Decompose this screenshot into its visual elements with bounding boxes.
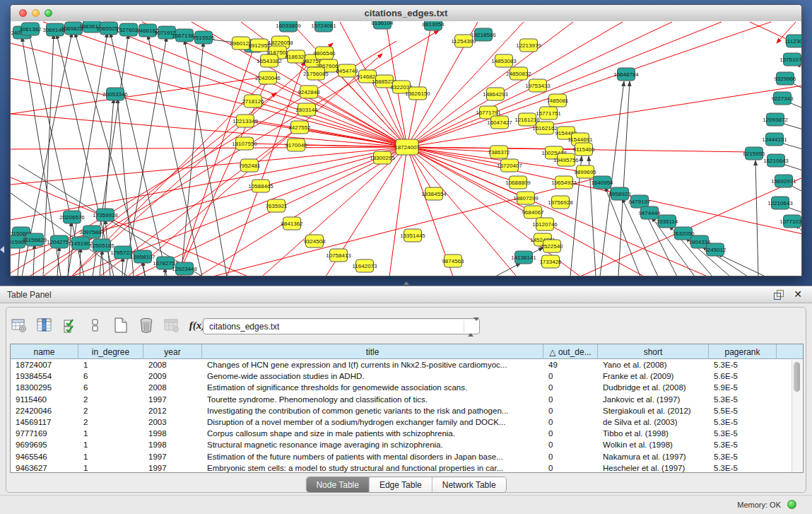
table-cell[interactable]: Genome-wide association studies in ADHD. xyxy=(202,372,543,380)
table-cell[interactable]: 14569117 xyxy=(11,418,78,426)
column-header-pagerank[interactable]: pagerank xyxy=(709,344,777,359)
table-cell[interactable]: 2 xyxy=(78,418,143,426)
table-row[interactable]: 1456911722003Disruption of a novel membe… xyxy=(11,416,803,428)
table-cell[interactable]: 49 xyxy=(543,361,598,369)
table-cell[interactable]: 18724007 xyxy=(11,361,78,369)
table-cell[interactable]: Hescheler et al. (1997) xyxy=(598,464,709,472)
network-graph-svg[interactable]: 2405572306136230691406106982211883612410… xyxy=(11,21,801,276)
table-cell[interactable]: 5.9E-5 xyxy=(709,383,777,392)
table-selector-dropdown[interactable]: citations_edges.txt xyxy=(203,318,480,334)
table-cell[interactable]: Estimation of the future numbers of pati… xyxy=(202,452,543,461)
window-titlebar[interactable]: citations_edges.txt xyxy=(11,5,801,22)
table-cell[interactable]: 2008 xyxy=(143,383,202,392)
table-cell[interactable]: 0 xyxy=(543,372,598,380)
table-cell[interactable]: 2 xyxy=(78,407,143,415)
select-all-rows-icon[interactable] xyxy=(61,316,79,334)
table-cell[interactable]: Wolkin et al. (1998) xyxy=(598,440,709,449)
collapse-panel-arrow-icon[interactable] xyxy=(0,246,4,253)
table-cell[interactable]: 1997 xyxy=(143,464,202,472)
tab-edge-table[interactable]: Edge Table xyxy=(370,477,433,492)
table-cell[interactable]: 0 xyxy=(543,429,598,438)
table-cell[interactable]: 1 xyxy=(78,361,143,369)
table-cell[interactable]: 5.3E-5 xyxy=(709,429,777,438)
column-header-year[interactable]: year xyxy=(143,344,202,359)
table-row[interactable]: 911546021997Tourette syndrome. Phenomeno… xyxy=(11,394,803,405)
table-cell[interactable]: 6 xyxy=(78,383,143,392)
table-cell[interactable]: 1 xyxy=(78,452,143,461)
memory-status-indicator[interactable] xyxy=(787,500,796,509)
table-cell[interactable]: 2012 xyxy=(143,407,202,415)
tab-network-table[interactable]: Network Table xyxy=(433,477,506,492)
table-cell[interactable]: 0 xyxy=(543,395,598,404)
table-vertical-scrollbar[interactable] xyxy=(792,360,802,472)
table-cell[interactable]: 5.3E-5 xyxy=(709,464,777,472)
table-cell[interactable]: 5.3E-5 xyxy=(709,418,777,426)
table-cell[interactable]: Estimation of significance thresholds fo… xyxy=(202,383,543,392)
table-cell[interactable]: 1998 xyxy=(143,429,202,438)
float-panel-icon[interactable] xyxy=(774,290,784,300)
table-cell[interactable]: 1997 xyxy=(143,452,202,461)
table-mode-icon[interactable] xyxy=(10,316,28,334)
table-cell[interactable]: 9699695 xyxy=(11,440,78,449)
table-cell[interactable]: 5.3E-5 xyxy=(709,361,777,369)
table-cell[interactable]: 9115460 xyxy=(11,395,78,404)
table-cell[interactable]: 0 xyxy=(543,464,598,472)
table-cell[interactable]: 1 xyxy=(78,464,143,472)
table-cell[interactable]: 5.3E-5 xyxy=(709,395,777,404)
table-row[interactable]: 969969511998Structural magnetic resonanc… xyxy=(11,439,803,450)
table-cell[interactable]: Dudbridge et al. (2008) xyxy=(598,383,709,392)
delete-icon[interactable] xyxy=(137,316,155,334)
table-cell[interactable]: 1997 xyxy=(143,395,202,404)
table-cell[interactable]: Jankovic et al. (1997) xyxy=(598,395,709,404)
table-row[interactable]: 2242004622012Investigating the contribut… xyxy=(11,405,803,416)
table-cell[interactable]: 5.6E-5 xyxy=(709,372,777,380)
table-cell[interactable]: 5.3E-5 xyxy=(709,452,777,461)
table-cell[interactable]: Embryonic stem cells: a model to study s… xyxy=(202,464,543,472)
table-cell[interactable]: 0 xyxy=(543,452,598,461)
table-cell[interactable]: 1 xyxy=(78,429,143,438)
table-cell[interactable]: 22420046 xyxy=(11,407,78,415)
table-cell[interactable]: Tourette syndrome. Phenomenology and cla… xyxy=(202,395,543,404)
column-narrow-icon[interactable] xyxy=(86,316,105,334)
table-cell[interactable]: 2008 xyxy=(143,361,202,369)
network-canvas[interactable]: 2405572306136230691406106982211883612410… xyxy=(11,21,801,276)
close-panel-icon[interactable]: ✕ xyxy=(794,288,802,300)
column-header-in_degree[interactable]: in_degree xyxy=(78,344,143,359)
table-cell[interactable]: Nakamura et al. (1997) xyxy=(598,452,709,461)
column-header-short[interactable]: short xyxy=(598,344,709,359)
show-column-icon[interactable] xyxy=(35,316,54,334)
table-cell[interactable]: 6 xyxy=(78,372,143,380)
table-cell[interactable]: 0 xyxy=(543,407,598,415)
table-cell[interactable]: 0 xyxy=(543,383,598,392)
table-cell[interactable]: 0 xyxy=(543,418,598,426)
table-cell[interactable]: 1998 xyxy=(143,440,202,449)
table-cell[interactable]: 9777169 xyxy=(11,429,78,438)
table-row[interactable]: 977716911998Corpus callosum shape and si… xyxy=(11,428,803,439)
table-row[interactable]: 1938455462009Genome-wide association stu… xyxy=(11,370,803,382)
table-cell[interactable]: de Silva et al. (2003) xyxy=(598,418,709,426)
table-row[interactable]: 1830029562008Estimation of significance … xyxy=(11,382,803,393)
table-cell[interactable]: Corpus callosum shape and size in male p… xyxy=(202,429,543,438)
new-document-icon[interactable] xyxy=(112,316,130,334)
table-cell[interactable]: Yano et al. (2008) xyxy=(598,361,709,369)
table-cell[interactable]: 0 xyxy=(543,440,598,449)
table-cell[interactable]: 9463627 xyxy=(11,464,78,472)
table-cell[interactable]: Disruption of a novel member of a sodium… xyxy=(202,418,543,426)
column-header-title[interactable]: title xyxy=(202,344,543,359)
network-view-window[interactable]: citations_edges.txt 24055723061362306914… xyxy=(10,4,802,276)
table-cell[interactable]: Franke et al. (2009) xyxy=(598,372,709,380)
splitter-handle-icon[interactable] xyxy=(404,281,409,285)
table-cell[interactable]: Investigating the contribution of common… xyxy=(202,407,543,415)
table-cell[interactable]: 2009 xyxy=(143,372,202,380)
column-header-out_de[interactable]: △ out_de... xyxy=(543,344,598,359)
scrollbar-thumb[interactable] xyxy=(794,362,800,392)
table-cell[interactable]: 2003 xyxy=(143,418,202,426)
table-row[interactable]: 946362711997Embryonic stem cells: a mode… xyxy=(11,462,803,474)
table-cell[interactable]: Changes of HCN gene expression and I(f) … xyxy=(202,361,543,369)
table-row[interactable]: 1872400712008Changes of HCN gene express… xyxy=(11,359,803,370)
table-cell[interactable]: 19384554 xyxy=(11,372,78,380)
table-cell[interactable]: 9465546 xyxy=(11,452,78,461)
table-row[interactable]: 946554611997Estimation of the future num… xyxy=(11,451,803,462)
table-cell[interactable]: 2 xyxy=(78,395,143,404)
table-cell[interactable]: 18300295 xyxy=(11,383,78,392)
